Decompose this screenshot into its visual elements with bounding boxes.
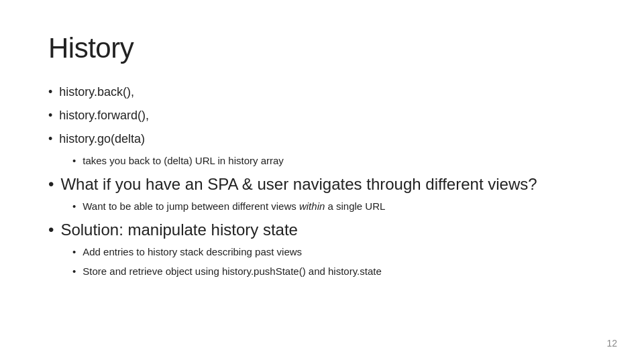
bullet-text: history.forward(), (59, 107, 149, 125)
list-item: • takes you back to (delta) URL in histo… (72, 154, 596, 169)
bullet-dot: • (72, 264, 76, 280)
slide-title: History (48, 32, 596, 64)
list-item: • Store and retrieve object using histor… (72, 264, 596, 280)
bullet-text: Solution: manipulate history state (60, 219, 298, 241)
bullet-text: Want to be able to jump between differen… (83, 199, 385, 215)
list-item: • Want to be able to jump between differ… (72, 199, 596, 215)
bullet-dot: • (48, 83, 52, 101)
bullet-dot: • (72, 245, 76, 260)
list-item: • What if you have an SPA & user navigat… (48, 173, 596, 196)
list-item: • history.forward(), (48, 107, 596, 125)
bullet-dot: • (72, 199, 76, 215)
bullet-text: history.back(), (59, 83, 134, 101)
italic-text: within (299, 200, 325, 212)
bullet-dot: • (48, 219, 54, 241)
list-item: • Solution: manipulate history state (48, 219, 596, 241)
slide-content: • history.back(), • history.forward(), •… (48, 83, 596, 279)
page-number: 12 (606, 338, 617, 349)
bullet-dot: • (48, 107, 52, 125)
list-item: • Add entries to history stack describin… (72, 245, 596, 260)
bullet-text: Store and retrieve object using history.… (83, 264, 382, 280)
bullet-text: history.go(delta) (59, 130, 145, 148)
list-item: • history.go(delta) (48, 130, 596, 148)
bullet-dot: • (48, 130, 52, 148)
list-item: • history.back(), (48, 83, 596, 101)
bullet-text: What if you have an SPA & user navigates… (60, 173, 537, 196)
bullet-dot: • (72, 154, 76, 169)
bullet-dot: • (48, 173, 54, 196)
slide: History • history.back(), • history.forw… (0, 0, 644, 362)
bullet-text: Add entries to history stack describing … (83, 245, 302, 260)
bullet-text: takes you back to (delta) URL in history… (83, 154, 284, 169)
